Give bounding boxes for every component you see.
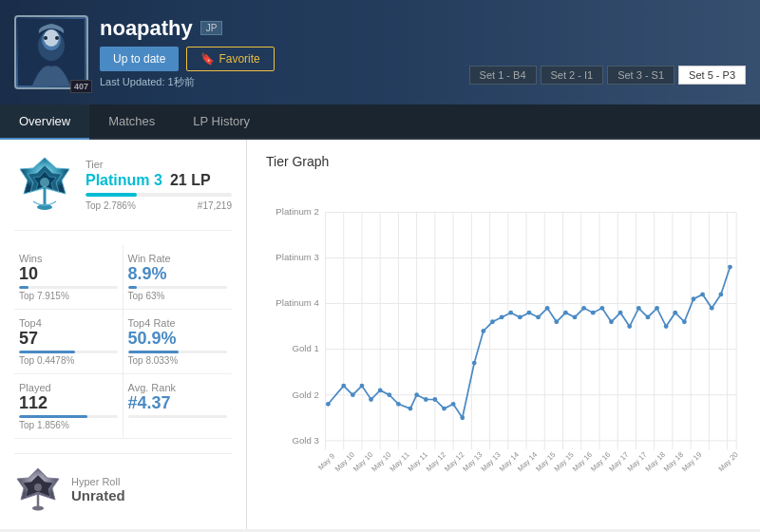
hyper-rank: Unrated — [71, 487, 125, 504]
svg-text:May 13: May 13 — [461, 450, 484, 473]
nav-tabs: Overview Matches LP History — [0, 104, 760, 140]
svg-point-14 — [34, 484, 42, 491]
svg-point-67 — [460, 415, 465, 420]
svg-text:May 12: May 12 — [425, 450, 447, 473]
username: noapathy — [100, 16, 193, 41]
tab-matches[interactable]: Matches — [89, 104, 174, 140]
chart-area: Platinum 2 Platinum 3 Platinum 4 Gold 1 … — [266, 179, 741, 502]
stat-top4-label: Top4 — [19, 317, 118, 329]
svg-point-83 — [609, 319, 614, 324]
svg-point-75 — [536, 315, 541, 320]
svg-point-89 — [664, 324, 669, 329]
svg-point-57 — [369, 397, 373, 402]
right-panel: Tier Graph Platinum 2 Platinum 3 Platinu… — [247, 140, 760, 529]
svg-point-88 — [655, 306, 659, 311]
stat-wins: Wins 10 Top 7.915% — [14, 245, 124, 310]
stat-wins-value: 10 — [19, 264, 118, 284]
rank-section: Tier Platinum 3 21 LP Top 2.786% #17,219 — [14, 154, 232, 231]
stat-top4-sub: Top 0.4478% — [19, 355, 118, 366]
avatar — [14, 15, 88, 89]
svg-text:May 20: May 20 — [717, 450, 740, 473]
svg-text:May 18: May 18 — [662, 450, 685, 473]
stat-winrate-value: 8.9% — [128, 264, 228, 284]
main-content: Tier Platinum 3 21 LP Top 2.786% #17,219… — [0, 140, 760, 529]
svg-point-74 — [527, 311, 532, 315]
set-button-1[interactable]: Set 1 - B4 — [469, 66, 537, 85]
rank-hash: #17,219 — [198, 200, 232, 211]
svg-point-59 — [387, 392, 391, 397]
svg-point-95 — [718, 293, 723, 297]
svg-point-91 — [682, 319, 687, 324]
set-button-3[interactable]: Set 3 - S1 — [607, 66, 674, 85]
svg-point-77 — [554, 319, 559, 324]
svg-point-54 — [341, 384, 346, 389]
svg-text:May 15: May 15 — [553, 450, 576, 473]
stat-played-sub: Top 1.856% — [19, 420, 118, 430]
svg-point-93 — [700, 293, 705, 297]
stat-top4-value: 57 — [19, 329, 118, 349]
stat-top4rate-label: Top4 Rate — [128, 317, 228, 329]
svg-point-79 — [573, 315, 578, 320]
header: 407 noapathy JP Up to date 🔖 Favorite La… — [0, 0, 760, 104]
rank-bar — [86, 193, 232, 197]
svg-point-4 — [44, 36, 48, 40]
svg-text:Gold 3: Gold 3 — [292, 435, 318, 446]
svg-point-82 — [599, 306, 604, 311]
stat-played-label: Played — [19, 382, 118, 393]
svg-point-90 — [673, 311, 677, 315]
svg-point-78 — [563, 311, 568, 315]
svg-text:May 15: May 15 — [534, 450, 557, 473]
svg-point-5 — [55, 36, 59, 40]
stat-top4rate-value: 50.9% — [128, 329, 228, 349]
stat-top4rate-sub: Top 8.033% — [128, 355, 228, 366]
favorite-button[interactable]: 🔖 Favorite — [186, 47, 274, 71]
stat-avgrank-label: Avg. Rank — [128, 382, 228, 393]
rank-label: Tier — [86, 159, 232, 170]
rank-info: Tier Platinum 3 21 LP Top 2.786% #17,219 — [86, 159, 232, 211]
hyper-label: Hyper Roll — [71, 476, 125, 487]
chart-title: Tier Graph — [266, 154, 741, 169]
stat-wins-label: Wins — [19, 253, 118, 264]
stat-winrate-label: Win Rate — [128, 253, 228, 264]
stat-winrate: Win Rate 8.9% Top 63% — [124, 245, 233, 310]
set-button-2[interactable]: Set 2 - I1 — [541, 66, 604, 85]
svg-point-53 — [326, 402, 331, 407]
svg-point-72 — [508, 311, 513, 315]
svg-point-84 — [618, 311, 623, 315]
svg-point-64 — [432, 397, 437, 402]
hyper-emblem — [14, 466, 62, 513]
svg-text:May 9: May 9 — [316, 451, 336, 471]
svg-text:May 10: May 10 — [370, 450, 392, 473]
svg-point-94 — [710, 306, 714, 311]
svg-point-56 — [360, 384, 365, 389]
svg-text:Gold 2: Gold 2 — [292, 390, 318, 400]
tab-lp-history[interactable]: LP History — [174, 104, 269, 140]
update-button[interactable]: Up to date — [100, 47, 179, 71]
region-badge: JP — [200, 21, 223, 35]
svg-point-85 — [627, 324, 632, 329]
stat-played-value: 112 — [19, 393, 118, 413]
bookmark-icon: 🔖 — [200, 52, 215, 66]
svg-point-76 — [545, 306, 550, 311]
svg-point-66 — [451, 402, 456, 407]
svg-point-73 — [518, 315, 522, 320]
svg-point-70 — [490, 319, 495, 324]
svg-point-60 — [396, 402, 401, 407]
stat-wins-sub: Top 7.915% — [19, 291, 118, 301]
stat-avgrank-value: #4.37 — [128, 393, 228, 413]
tier-chart: Platinum 2 Platinum 3 Platinum 4 Gold 1 … — [266, 179, 741, 502]
svg-point-87 — [646, 315, 651, 320]
svg-point-55 — [351, 392, 355, 397]
tab-overview[interactable]: Overview — [0, 104, 89, 140]
svg-text:Platinum 2: Platinum 2 — [276, 206, 318, 217]
svg-point-80 — [581, 306, 586, 311]
svg-point-65 — [442, 407, 446, 411]
svg-text:May 17: May 17 — [625, 450, 648, 473]
svg-point-92 — [692, 296, 696, 301]
svg-point-62 — [414, 392, 419, 397]
svg-text:May 16: May 16 — [589, 450, 612, 473]
avatar-badge: 407 — [70, 80, 92, 93]
header-info: noapathy JP Up to date 🔖 Favorite Last U… — [100, 16, 458, 89]
rank-lp: 21 LP — [170, 172, 211, 189]
set-button-4[interactable]: Set 5 - P3 — [678, 66, 746, 85]
